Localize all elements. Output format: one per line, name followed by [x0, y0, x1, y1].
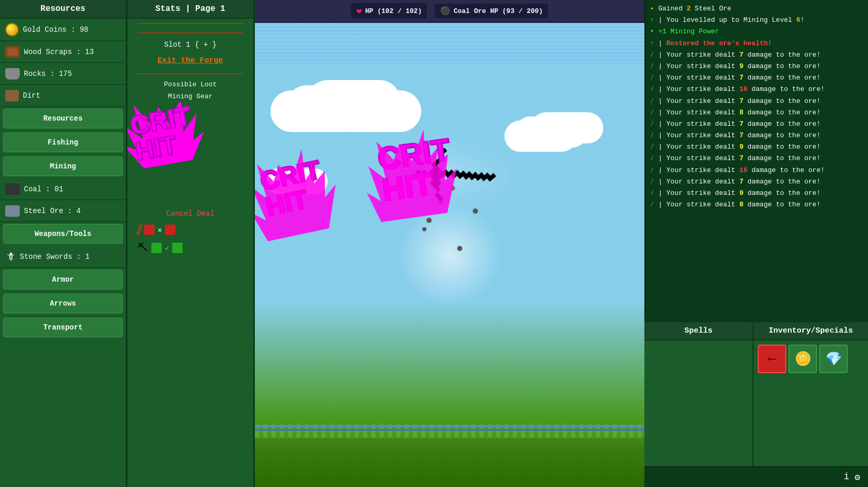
forge-block-green-1 — [151, 243, 162, 253]
cloud-2 — [515, 116, 588, 148]
log-text-14: | Your strike dealt 16 damage to the ore… — [658, 166, 825, 174]
steel-ore-label: Steel Ore : 4 — [24, 207, 81, 215]
log-text-mining-power: +1 Mining Power — [658, 28, 719, 35]
log-text-gained: Gained 2 Steel Ore — [658, 5, 731, 12]
sidebar-btn-weapons-tools[interactable]: Weapons/Tools — [3, 224, 123, 244]
water-stripe-2 — [255, 429, 644, 431]
sky-lines — [255, 23, 644, 64]
log-slash-9: ⁄ — [650, 109, 654, 116]
log-text-level: | You levelled up to Mining Level 6! — [658, 16, 805, 24]
ore-hp-label: Coal Ore HP (93 / 200) — [454, 7, 543, 15]
log-panel: • Gained 2 Steel Ore ↑ | You levelled up… — [644, 0, 868, 321]
inv-slot-gem[interactable]: 💎 — [819, 345, 848, 373]
rock-icon — [5, 68, 20, 80]
gold-coins-label: Gold Coins : 98 — [23, 25, 88, 34]
gem-icon: 💎 — [825, 351, 842, 367]
inv-slot-back[interactable]: ← — [758, 345, 786, 373]
log-bullet-2: • — [650, 28, 654, 35]
coin-icon: 🪙 — [795, 351, 811, 367]
game-hud: ❤ HP (102 / 102) ⚫ Coal Ore HP (93 / 200… — [255, 0, 644, 23]
dirt-icon — [5, 90, 19, 101]
stone-swords-label: Stone Swords : 1 — [20, 253, 89, 261]
sidebar-item-wood-scraps: Wood Scraps : 13 — [0, 41, 126, 63]
log-slash-6: ⁄ — [650, 74, 654, 82]
water-stripe-1 — [255, 425, 644, 427]
sidebar-title: Resources — [0, 0, 126, 19]
log-entry-14: ⁄ | Your strike dealt 16 damage to the o… — [650, 165, 864, 176]
bottom-settings-bar: i ⚙ — [644, 466, 868, 487]
back-arrow-icon: ← — [768, 351, 776, 367]
log-text-12: | Your strike dealt 9 damage to the ore! — [658, 143, 821, 151]
log-entry-9: ⁄ | Your strike dealt 8 damage to the or… — [650, 107, 864, 119]
forge-check-symbol: ✓ — [165, 244, 169, 253]
log-entry-4: ⁄ | Your strike dealt 7 damage to the or… — [650, 49, 864, 61]
sidebar-btn-mining[interactable]: Mining — [3, 156, 123, 176]
log-text-15: | Your strike dealt 7 damage to the ore! — [658, 178, 821, 186]
exit-forge-button[interactable]: Exit the Forge — [127, 52, 253, 69]
particle-6 — [422, 227, 426, 231]
coal-label: Coal : 01 — [24, 185, 63, 193]
mining-gear-label: Mining Gear — [127, 90, 253, 102]
forge-block-red-1 — [144, 225, 154, 235]
sidebar-item-stone-swords: 🗡 Stone Swords : 1 — [0, 246, 126, 268]
craft-pickaxe-icon: ⛏ — [138, 242, 148, 254]
log-slash-4: ⁄ — [650, 51, 654, 59]
sidebar-item-coal: Coal : 01 — [0, 178, 126, 200]
log-text-11: | Your strike dealt 7 damage to the ore! — [658, 131, 821, 139]
sidebar-item-dirt: Dirt — [0, 85, 126, 107]
sidebar-btn-armor[interactable]: Armor — [3, 270, 123, 289]
sidebar-btn-fishing[interactable]: Fishing — [3, 133, 123, 152]
cloud-1 — [286, 85, 380, 127]
log-entry-3: ↑ | Restored the ore's health! — [650, 38, 864, 49]
coal-icon — [5, 183, 20, 195]
cancel-deal-button[interactable]: Cancel Deal — [127, 206, 253, 221]
log-slash-10: ⁄ — [650, 120, 654, 128]
info-icon[interactable]: i — [844, 471, 849, 483]
flame-bg-1 — [127, 102, 209, 172]
craft-row-1: ✕ — [127, 221, 253, 239]
crit-text-1: CRITHIT — [128, 103, 197, 165]
log-slash-13: ⁄ — [650, 154, 654, 162]
log-entry-15: ⁄ | Your strike dealt 7 damage to the or… — [650, 176, 864, 188]
inv-slot-coin[interactable]: 🪙 — [788, 345, 817, 373]
inventory-content: ← 🪙 💎 — [754, 340, 868, 377]
left-sidebar: Resources Gold Coins : 98 Wood Scraps : … — [0, 0, 127, 487]
stats-divider-1 — [138, 23, 243, 24]
log-slash-8: ⁄ — [650, 97, 654, 105]
stats-crit-area: CRITHIT — [127, 102, 253, 206]
craft-stick-icon — [136, 224, 142, 236]
hp-bar: ❤ HP (102 / 102) — [351, 3, 427, 19]
log-text-17: | Your strike dealt 8 damage to the ore! — [658, 201, 821, 208]
log-entry-16: ⁄ | Your strike dealt 9 damage to the or… — [650, 188, 864, 199]
log-entry-13: ⁄ | Your strike dealt 7 damage to the or… — [650, 153, 864, 164]
log-slash-11: ⁄ — [650, 131, 654, 139]
particle-4 — [457, 246, 462, 251]
log-entry-8: ⁄ | Your strike dealt 7 damage to the or… — [650, 96, 864, 107]
settings-icon[interactable]: ⚙ — [854, 471, 860, 483]
ore-icon: ⚫ — [440, 6, 450, 16]
log-arrow-1: ↑ — [650, 16, 654, 24]
sidebar-item-rocks: Rocks : 175 — [0, 63, 126, 85]
spells-panel: Spells — [644, 322, 754, 466]
sidebar-btn-arrows[interactable]: Arrows — [3, 294, 123, 313]
game-area: ❤ HP (102 / 102) ⚫ Coal Ore HP (93 / 200… — [255, 0, 644, 487]
sidebar-btn-transport[interactable]: Transport — [3, 318, 123, 337]
hp-label: HP (102 / 102) — [365, 7, 422, 15]
possible-loot-label: Possible Loot — [127, 78, 253, 90]
log-text-8: | Your strike dealt 7 damage to the ore! — [658, 97, 821, 105]
log-entry-12: ⁄ | Your strike dealt 9 damage to the or… — [650, 141, 864, 153]
log-entry-11: ⁄ | Your strike dealt 7 damage to the or… — [650, 130, 864, 141]
dirt-label: Dirt — [23, 91, 41, 100]
log-text-4: | Your strike dealt 7 damage to the ore! — [658, 51, 821, 59]
slot-label: Slot 1 { + } — [127, 37, 253, 52]
log-text-10: | Your strike dealt 7 damage to the ore! — [658, 120, 821, 128]
log-slash-5: ⁄ — [650, 62, 654, 70]
log-text-9: | Your strike dealt 8 damage to the ore! — [658, 109, 821, 116]
stats-divider-2 — [138, 32, 243, 33]
ore-hp-bar: ⚫ Coal Ore HP (93 / 200) — [435, 4, 548, 18]
sidebar-btn-resources[interactable]: Resources — [3, 109, 123, 128]
heart-icon: ❤ — [356, 5, 362, 17]
log-slash-12: ⁄ — [650, 143, 654, 151]
game-scene[interactable]: ⛏ CRITHIT CRITHIT — [255, 23, 644, 487]
right-panel: • Gained 2 Steel Ore ↑ | You levelled up… — [644, 0, 868, 487]
